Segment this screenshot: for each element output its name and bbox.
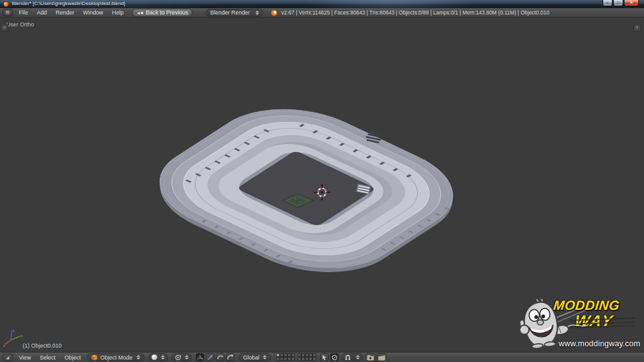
watermark-url[interactable]: www.moddingway.com xyxy=(558,339,640,348)
manipulator-toggle-button[interactable] xyxy=(196,353,204,361)
axis-gizmo: z y x xyxy=(3,328,24,347)
layer-grid-1[interactable] xyxy=(276,354,295,361)
translate-arrow-icon xyxy=(207,354,213,361)
rotate-manipulator-button[interactable] xyxy=(216,353,225,361)
svg-text:y: y xyxy=(21,334,23,337)
menu-window[interactable]: Window xyxy=(79,9,108,16)
blender-logo-icon xyxy=(270,9,278,16)
transform-orientation-select[interactable]: Global xyxy=(238,353,271,361)
pivot-point-select[interactable] xyxy=(172,353,192,361)
window-titlebar[interactable]: Blender* [C:\Users\gregkwaste\Desktop\te… xyxy=(0,0,644,8)
blender-app-icon xyxy=(3,1,9,7)
moddingway-mascot xyxy=(519,299,561,348)
menu-render[interactable]: Render xyxy=(52,9,79,16)
layers-widget[interactable] xyxy=(276,354,316,361)
pivot-point-icon xyxy=(175,354,181,361)
back-to-previous-button[interactable]: ◄■ Back to Previous xyxy=(132,9,193,17)
layer-grid-2[interactable] xyxy=(297,354,316,361)
rotate-arc-icon xyxy=(217,354,223,361)
moddingway-watermark: MODDING WAY xyxy=(519,298,640,348)
scale-manipulator-button[interactable] xyxy=(226,353,235,361)
manipulator-axes-icon xyxy=(197,354,203,361)
menu-file[interactable]: File xyxy=(14,9,33,16)
render-clapper-icon xyxy=(378,354,386,361)
editor-type-selector-viewport[interactable]: ◢ xyxy=(3,354,13,361)
info-header: ▤ File Add Render Window Help ◄■ Back to… xyxy=(0,8,644,18)
back-arrow-icon: ◄■ xyxy=(136,11,143,15)
dropdown-arrows-icon xyxy=(161,355,165,359)
snap-magnet-icon xyxy=(345,354,351,361)
menu-object[interactable]: Object xyxy=(60,354,85,361)
lock-to-scene-button[interactable] xyxy=(320,353,329,361)
dropdown-arrows-icon xyxy=(185,355,189,359)
object-mode-cube-icon xyxy=(91,354,97,361)
opengl-render-still-button[interactable] xyxy=(365,353,375,361)
render-engine-select[interactable]: Blender Render xyxy=(206,9,264,17)
editor-type-selector[interactable]: ▤ xyxy=(3,9,13,16)
view-name-label: User Ortho xyxy=(6,21,34,28)
svg-text:x: x xyxy=(3,344,5,347)
viewport-shading-select[interactable] xyxy=(148,353,168,361)
menu-select[interactable]: Select xyxy=(35,354,60,361)
menu-view[interactable]: View xyxy=(14,354,35,361)
dropdown-arrows-icon xyxy=(263,355,267,359)
maximize-button[interactable]: □ xyxy=(613,0,623,6)
toolshelf-expand-handle[interactable]: + xyxy=(1,24,8,31)
viewport-tool-header: ◢ View Select Object Object Mode xyxy=(0,352,644,362)
scene-stats: v2.67 | Verts:114625 | Faces:80643 | Tri… xyxy=(269,9,549,16)
3d-viewport[interactable]: User Ortho + + xyxy=(0,18,644,352)
minimize-button[interactable]: – xyxy=(602,0,613,6)
scale-box-icon xyxy=(227,354,233,361)
dropdown-arrows-icon xyxy=(356,355,360,359)
scene-lock-icon xyxy=(321,354,328,361)
dropdown-arrows-icon xyxy=(255,11,259,15)
svg-text:z: z xyxy=(13,329,14,332)
menu-add[interactable]: Add xyxy=(33,9,52,16)
watermark-title-modding: MODDING xyxy=(553,298,621,313)
blender-window: Blender* [C:\Users\gregkwaste\Desktop\te… xyxy=(0,0,644,362)
opengl-render-anim-button[interactable] xyxy=(377,353,387,361)
active-object-label: (1) Object0.010 xyxy=(23,343,62,349)
stadium-model[interactable] xyxy=(127,91,486,287)
snap-select[interactable] xyxy=(341,353,363,361)
translate-manipulator-button[interactable] xyxy=(206,353,214,361)
proportional-edit-button[interactable] xyxy=(330,353,339,361)
proportional-circle-icon xyxy=(331,354,338,361)
close-button[interactable]: ✕ xyxy=(624,0,639,6)
menu-help[interactable]: Help xyxy=(108,9,128,16)
window-title: Blender* [C:\Users\gregkwaste\Desktop\te… xyxy=(12,1,125,6)
shading-sphere-icon xyxy=(152,354,157,360)
dropdown-arrows-icon xyxy=(136,355,140,359)
properties-expand-handle[interactable]: + xyxy=(633,24,641,31)
mode-select[interactable]: Object Mode xyxy=(87,353,145,361)
render-camera-icon xyxy=(367,354,374,361)
